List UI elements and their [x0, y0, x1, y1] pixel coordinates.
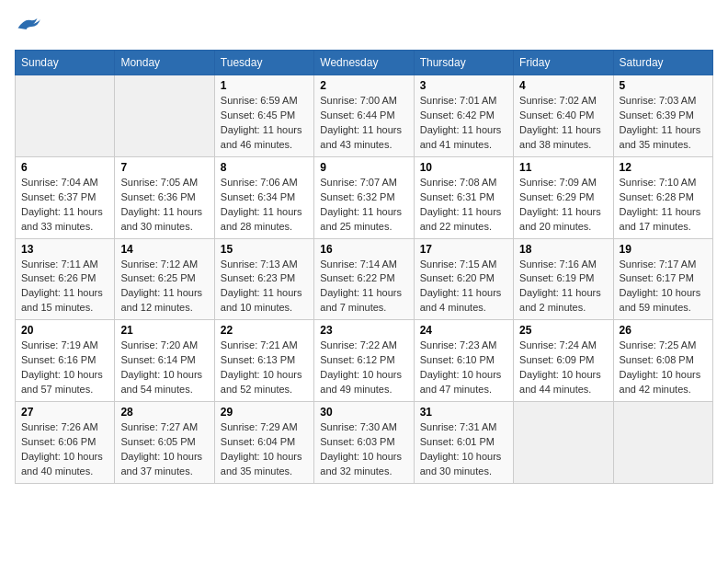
- calendar-week-0: 1Sunrise: 6:59 AM Sunset: 6:45 PM Daylig…: [16, 75, 713, 157]
- day-number: 24: [420, 324, 507, 337]
- logo-icon: [15, 15, 40, 39]
- calendar-week-3: 20Sunrise: 7:19 AM Sunset: 6:16 PM Dayli…: [16, 320, 713, 402]
- calendar-cell: 20Sunrise: 7:19 AM Sunset: 6:16 PM Dayli…: [16, 320, 115, 402]
- calendar-cell: 25Sunrise: 7:24 AM Sunset: 6:09 PM Dayli…: [514, 320, 613, 402]
- calendar-cell: 16Sunrise: 7:14 AM Sunset: 6:22 PM Dayli…: [314, 238, 414, 320]
- calendar-cell: 13Sunrise: 7:11 AM Sunset: 6:26 PM Dayli…: [16, 238, 115, 320]
- calendar-cell: 9Sunrise: 7:07 AM Sunset: 6:32 PM Daylig…: [314, 156, 414, 238]
- day-info: Sunrise: 7:27 AM Sunset: 6:05 PM Dayligh…: [120, 420, 208, 479]
- calendar-cell: 19Sunrise: 7:17 AM Sunset: 6:17 PM Dayli…: [613, 238, 712, 320]
- day-number: 30: [320, 406, 407, 419]
- calendar-cell: 8Sunrise: 7:06 AM Sunset: 6:34 PM Daylig…: [214, 156, 313, 238]
- day-info: Sunrise: 7:24 AM Sunset: 6:09 PM Dayligh…: [519, 339, 607, 397]
- calendar-cell: 7Sunrise: 7:05 AM Sunset: 6:36 PM Daylig…: [115, 156, 214, 238]
- calendar-cell: 1Sunrise: 6:59 AM Sunset: 6:45 PM Daylig…: [214, 75, 313, 157]
- calendar-cell: 6Sunrise: 7:04 AM Sunset: 6:37 PM Daylig…: [16, 156, 115, 238]
- day-info: Sunrise: 7:16 AM Sunset: 6:19 PM Dayligh…: [519, 258, 607, 316]
- day-number: 15: [221, 243, 308, 256]
- day-number: 31: [420, 406, 507, 419]
- calendar-cell: 17Sunrise: 7:15 AM Sunset: 6:20 PM Dayli…: [414, 238, 513, 320]
- day-info: Sunrise: 7:11 AM Sunset: 6:26 PM Dayligh…: [21, 258, 108, 316]
- day-info: Sunrise: 6:59 AM Sunset: 6:45 PM Dayligh…: [221, 94, 308, 153]
- day-info: Sunrise: 7:15 AM Sunset: 6:20 PM Dayligh…: [420, 258, 507, 316]
- day-info: Sunrise: 7:20 AM Sunset: 6:14 PM Dayligh…: [120, 339, 208, 397]
- day-number: 11: [519, 161, 607, 174]
- logo: [15, 15, 44, 39]
- day-number: 9: [320, 161, 407, 174]
- day-number: 28: [120, 406, 208, 419]
- day-number: 22: [221, 324, 308, 337]
- day-number: 27: [21, 406, 108, 419]
- calendar-cell: 18Sunrise: 7:16 AM Sunset: 6:19 PM Dayli…: [514, 238, 613, 320]
- day-info: Sunrise: 7:13 AM Sunset: 6:23 PM Dayligh…: [221, 258, 308, 316]
- calendar-cell: 28Sunrise: 7:27 AM Sunset: 6:05 PM Dayli…: [115, 402, 214, 484]
- day-header-sunday: Sunday: [16, 51, 115, 75]
- day-info: Sunrise: 7:04 AM Sunset: 6:37 PM Dayligh…: [21, 176, 108, 235]
- calendar-cell: 4Sunrise: 7:02 AM Sunset: 6:40 PM Daylig…: [514, 75, 613, 157]
- calendar-cell: 23Sunrise: 7:22 AM Sunset: 6:12 PM Dayli…: [314, 320, 414, 402]
- calendar-week-2: 13Sunrise: 7:11 AM Sunset: 6:26 PM Dayli…: [16, 238, 713, 320]
- day-number: 25: [519, 324, 607, 337]
- calendar-cell: 2Sunrise: 7:00 AM Sunset: 6:44 PM Daylig…: [314, 75, 414, 157]
- calendar-cell: 11Sunrise: 7:09 AM Sunset: 6:29 PM Dayli…: [514, 156, 613, 238]
- day-number: 18: [519, 243, 607, 256]
- calendar-cell: 26Sunrise: 7:25 AM Sunset: 6:08 PM Dayli…: [613, 320, 712, 402]
- day-info: Sunrise: 7:14 AM Sunset: 6:22 PM Dayligh…: [320, 258, 407, 316]
- day-info: Sunrise: 7:03 AM Sunset: 6:39 PM Dayligh…: [620, 94, 707, 153]
- calendar-cell: [16, 75, 115, 157]
- calendar-cell: 10Sunrise: 7:08 AM Sunset: 6:31 PM Dayli…: [414, 156, 513, 238]
- day-number: 20: [21, 324, 108, 337]
- calendar-cell: 12Sunrise: 7:10 AM Sunset: 6:28 PM Dayli…: [613, 156, 712, 238]
- day-number: 7: [120, 161, 208, 174]
- calendar-week-1: 6Sunrise: 7:04 AM Sunset: 6:37 PM Daylig…: [16, 156, 713, 238]
- calendar-cell: [613, 402, 712, 484]
- calendar-cell: 3Sunrise: 7:01 AM Sunset: 6:42 PM Daylig…: [414, 75, 513, 157]
- day-number: 1: [221, 79, 308, 92]
- calendar-cell: 31Sunrise: 7:31 AM Sunset: 6:01 PM Dayli…: [414, 402, 513, 484]
- day-header-tuesday: Tuesday: [214, 51, 313, 75]
- calendar-cell: 24Sunrise: 7:23 AM Sunset: 6:10 PM Dayli…: [414, 320, 513, 402]
- day-info: Sunrise: 7:17 AM Sunset: 6:17 PM Dayligh…: [620, 258, 707, 316]
- page-header: [15, 15, 713, 39]
- calendar-cell: 14Sunrise: 7:12 AM Sunset: 6:25 PM Dayli…: [115, 238, 214, 320]
- day-number: 13: [21, 243, 108, 256]
- day-info: Sunrise: 7:29 AM Sunset: 6:04 PM Dayligh…: [221, 420, 308, 479]
- day-number: 26: [620, 324, 707, 337]
- day-header-monday: Monday: [115, 51, 214, 75]
- calendar-week-4: 27Sunrise: 7:26 AM Sunset: 6:06 PM Dayli…: [16, 402, 713, 484]
- day-number: 2: [320, 79, 407, 92]
- day-number: 4: [519, 79, 607, 92]
- calendar-cell: 29Sunrise: 7:29 AM Sunset: 6:04 PM Dayli…: [214, 402, 313, 484]
- day-info: Sunrise: 7:01 AM Sunset: 6:42 PM Dayligh…: [420, 94, 507, 153]
- day-info: Sunrise: 7:23 AM Sunset: 6:10 PM Dayligh…: [420, 339, 507, 397]
- day-info: Sunrise: 7:05 AM Sunset: 6:36 PM Dayligh…: [120, 176, 208, 235]
- day-header-thursday: Thursday: [414, 51, 513, 75]
- calendar-table: SundayMondayTuesdayWednesdayThursdayFrid…: [15, 50, 713, 484]
- calendar-cell: 30Sunrise: 7:30 AM Sunset: 6:03 PM Dayli…: [314, 402, 414, 484]
- day-info: Sunrise: 7:10 AM Sunset: 6:28 PM Dayligh…: [620, 176, 707, 235]
- day-number: 23: [320, 324, 407, 337]
- day-info: Sunrise: 7:31 AM Sunset: 6:01 PM Dayligh…: [420, 420, 507, 479]
- day-number: 6: [21, 161, 108, 174]
- day-info: Sunrise: 7:07 AM Sunset: 6:32 PM Dayligh…: [320, 176, 407, 235]
- day-number: 17: [420, 243, 507, 256]
- day-info: Sunrise: 7:25 AM Sunset: 6:08 PM Dayligh…: [620, 339, 707, 397]
- day-info: Sunrise: 7:02 AM Sunset: 6:40 PM Dayligh…: [519, 94, 607, 153]
- day-info: Sunrise: 7:22 AM Sunset: 6:12 PM Dayligh…: [320, 339, 407, 397]
- day-info: Sunrise: 7:08 AM Sunset: 6:31 PM Dayligh…: [420, 176, 507, 235]
- day-info: Sunrise: 7:12 AM Sunset: 6:25 PM Dayligh…: [120, 258, 208, 316]
- day-header-friday: Friday: [514, 51, 613, 75]
- calendar-cell: 22Sunrise: 7:21 AM Sunset: 6:13 PM Dayli…: [214, 320, 313, 402]
- day-number: 12: [620, 161, 707, 174]
- day-info: Sunrise: 7:21 AM Sunset: 6:13 PM Dayligh…: [221, 339, 308, 397]
- day-number: 16: [320, 243, 407, 256]
- day-info: Sunrise: 7:00 AM Sunset: 6:44 PM Dayligh…: [320, 94, 407, 153]
- day-header-saturday: Saturday: [613, 51, 712, 75]
- day-number: 19: [620, 243, 707, 256]
- day-info: Sunrise: 7:06 AM Sunset: 6:34 PM Dayligh…: [221, 176, 308, 235]
- day-info: Sunrise: 7:26 AM Sunset: 6:06 PM Dayligh…: [21, 420, 108, 479]
- day-number: 14: [120, 243, 208, 256]
- day-number: 8: [221, 161, 308, 174]
- day-number: 3: [420, 79, 507, 92]
- day-number: 29: [221, 406, 308, 419]
